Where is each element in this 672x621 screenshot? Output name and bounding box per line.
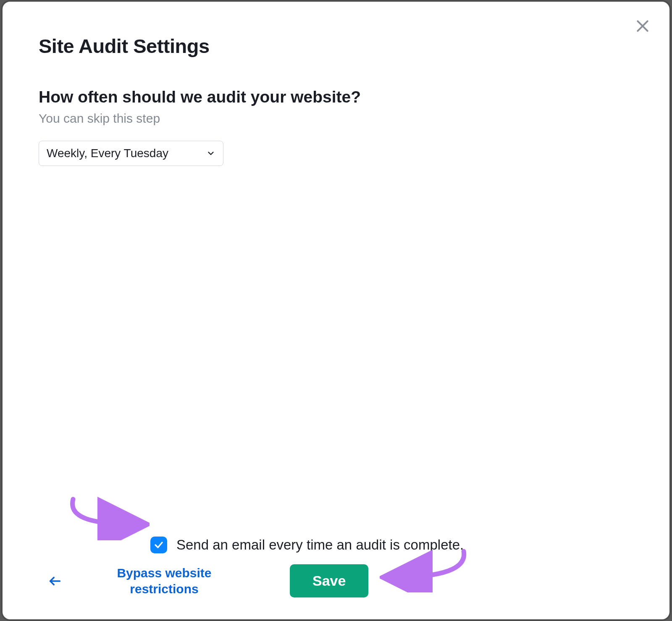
save-button[interactable]: Save: [290, 564, 368, 597]
email-notify-row: Send an email every time an audit is com…: [150, 537, 633, 553]
arrow-left-icon: [48, 574, 62, 588]
close-icon: [634, 18, 651, 34]
bypass-restrictions-link[interactable]: Bypass website restrictions: [95, 565, 234, 597]
back-button[interactable]: [44, 570, 66, 592]
chevron-down-icon: [206, 149, 215, 158]
modal-content: Site Audit Settings How often should we …: [3, 2, 669, 166]
annotation-arrow-left: [66, 494, 150, 540]
check-icon: [154, 540, 164, 550]
email-notify-label: Send an email every time an audit is com…: [176, 537, 464, 553]
audit-frequency-heading: How often should we audit your website?: [39, 88, 633, 106]
skip-note: You can skip this step: [39, 111, 633, 126]
frequency-select[interactable]: Weekly, Every Tuesday: [39, 141, 223, 166]
footer-actions: Bypass website restrictions Save: [39, 564, 633, 597]
settings-modal: Site Audit Settings How often should we …: [3, 2, 669, 619]
modal-title: Site Audit Settings: [39, 34, 633, 58]
close-button[interactable]: [633, 16, 653, 36]
modal-footer: Send an email every time an audit is com…: [3, 537, 669, 597]
email-notify-checkbox[interactable]: [150, 537, 167, 553]
frequency-selected-value: Weekly, Every Tuesday: [47, 147, 168, 160]
